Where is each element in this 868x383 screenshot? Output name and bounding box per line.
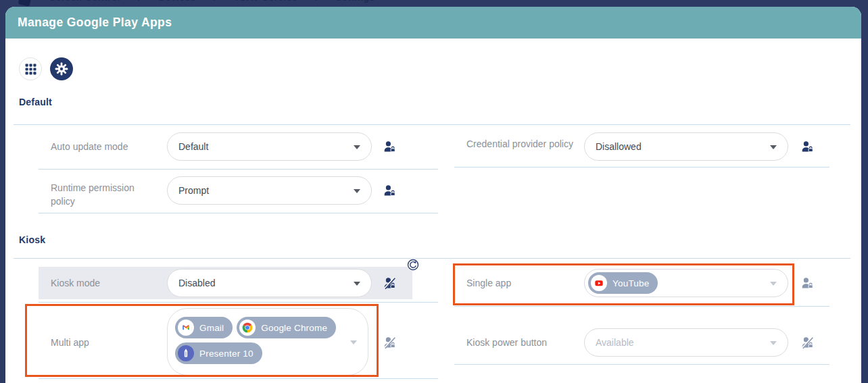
divider <box>454 364 829 365</box>
divider <box>14 124 850 125</box>
youtube-icon <box>591 275 607 291</box>
single-app-label: Single app <box>466 276 576 290</box>
user-lock-icon[interactable] <box>383 141 396 153</box>
presenter-pencil-icon <box>178 345 194 361</box>
app-chip-label: Gmail <box>199 323 224 333</box>
section-title-kiosk: Kiosk <box>19 234 45 245</box>
divider <box>454 167 829 168</box>
user-lock-icon[interactable] <box>383 184 396 197</box>
apps-grid-icon <box>25 63 37 75</box>
chevron-down-icon <box>770 341 777 345</box>
user-lock-icon[interactable] <box>801 141 814 153</box>
divider <box>39 302 438 303</box>
chevron-down-icon <box>354 145 360 149</box>
selected-value: Disabled <box>178 278 215 288</box>
page-title: Manage Google Play Apps <box>5 7 861 39</box>
app-chip-label: Google Chrome <box>261 323 327 333</box>
manage-google-play-apps-panel: Manage Google Play Apps Default Auto upd… <box>5 7 861 383</box>
user-slash-icon[interactable] <box>801 336 814 349</box>
auto-update-mode-select[interactable]: Default <box>167 132 372 161</box>
chevron-down-icon <box>350 340 357 344</box>
divider <box>454 306 829 307</box>
user-slash-icon[interactable] <box>383 336 396 349</box>
kiosk-power-button-select[interactable]: Available <box>584 328 788 357</box>
breadcrumb-item-devices[interactable]: Devices <box>159 0 196 3</box>
kiosk-power-button-label: Kiosk power button <box>466 336 576 349</box>
divider <box>39 213 438 213</box>
single-app-select[interactable]: YouTube <box>584 269 788 297</box>
chevron-down-icon <box>770 145 777 149</box>
breadcrumb-separator: / <box>214 0 216 3</box>
app-chip-google-chrome[interactable]: Google Chrome <box>237 317 336 338</box>
credential-provider-policy-label: Credential provider policy <box>466 137 576 151</box>
credential-provider-policy-select[interactable]: Disallowed <box>584 132 788 161</box>
runtime-permission-policy-select[interactable]: Prompt <box>167 176 372 205</box>
breadcrumb: Screen Control / Devices / TSAV-Service … <box>0 0 868 6</box>
chevron-down-icon <box>354 282 360 286</box>
placeholder-value: Available <box>596 337 634 348</box>
kiosk-mode-label: Kiosk mode <box>51 276 160 290</box>
divider <box>39 378 438 379</box>
panel-header: Manage Google Play Apps <box>5 7 861 39</box>
gear-icon <box>55 62 68 76</box>
kiosk-mode-select[interactable]: Disabled <box>167 269 372 297</box>
chevron-down-icon <box>354 189 360 193</box>
divider <box>39 169 438 170</box>
divider <box>14 258 850 259</box>
section-title-default: Default <box>19 97 52 107</box>
undo-reset-icon[interactable] <box>407 259 419 271</box>
app-chip-presenter-10[interactable]: Presenter 10 <box>175 342 262 364</box>
selected-value: Default <box>178 141 208 152</box>
selected-value: Prompt <box>178 185 209 196</box>
breadcrumb-separator: / <box>315 0 318 3</box>
multi-app-label: Multi app <box>51 336 160 349</box>
app-chip-youtube[interactable]: YouTube <box>588 272 658 294</box>
auto-update-mode-label: Auto update mode <box>51 140 160 153</box>
app-chip-label: Presenter 10 <box>199 349 254 359</box>
user-lock-icon[interactable] <box>801 277 814 290</box>
breadcrumb-item-service[interactable]: TSAV-Service <box>234 0 297 3</box>
user-slash-icon[interactable] <box>383 277 396 290</box>
runtime-permission-policy-label: Runtime permission policy <box>51 181 160 209</box>
app-logo-fragment <box>18 0 32 6</box>
breadcrumb-item-settings[interactable]: Settings <box>336 0 375 3</box>
chrome-icon <box>239 320 256 336</box>
selected-value: Disallowed <box>596 141 642 152</box>
multi-app-select[interactable]: Gmail Google Chrome Presenter 10 <box>167 308 368 376</box>
breadcrumb-separator: / <box>138 0 141 3</box>
chevron-down-icon <box>770 282 777 286</box>
apps-grid-button[interactable] <box>19 57 42 80</box>
gmail-icon <box>178 320 194 336</box>
breadcrumb-item-screen-control[interactable]: Screen Control <box>49 0 120 3</box>
app-chip-gmail[interactable]: Gmail <box>175 317 233 338</box>
settings-gear-button[interactable] <box>50 57 73 80</box>
breadcrumb-items: Screen Control / Devices / TSAV-Service … <box>49 0 375 3</box>
app-chip-label: YouTube <box>612 278 649 288</box>
